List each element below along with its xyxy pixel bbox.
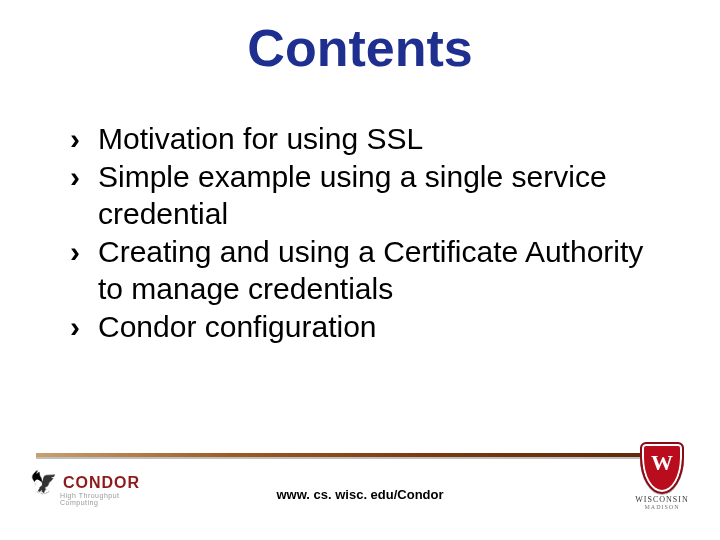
content-list: › Motivation for using SSL › Simple exam… — [70, 120, 660, 345]
list-item-text: Simple example using a single service cr… — [98, 158, 660, 233]
list-item-text: Creating and using a Certificate Authori… — [98, 233, 660, 308]
chevron-right-icon: › — [70, 308, 98, 346]
list-item: › Condor configuration — [70, 308, 660, 346]
chevron-right-icon: › — [70, 120, 98, 158]
footer-url: www. cs. wisc. edu/Condor — [0, 487, 720, 502]
list-item: › Simple example using a single service … — [70, 158, 660, 233]
chevron-right-icon: › — [70, 158, 98, 196]
slide: Contents › Motivation for using SSL › Si… — [0, 0, 720, 540]
list-item-text: Condor configuration — [98, 308, 660, 346]
list-item: › Creating and using a Certificate Autho… — [70, 233, 660, 308]
list-item: › Motivation for using SSL — [70, 120, 660, 158]
chevron-right-icon: › — [70, 233, 98, 271]
slide-title: Contents — [0, 18, 720, 78]
wisconsin-logo-bottom: MADISON — [634, 504, 690, 510]
list-item-text: Motivation for using SSL — [98, 120, 660, 158]
